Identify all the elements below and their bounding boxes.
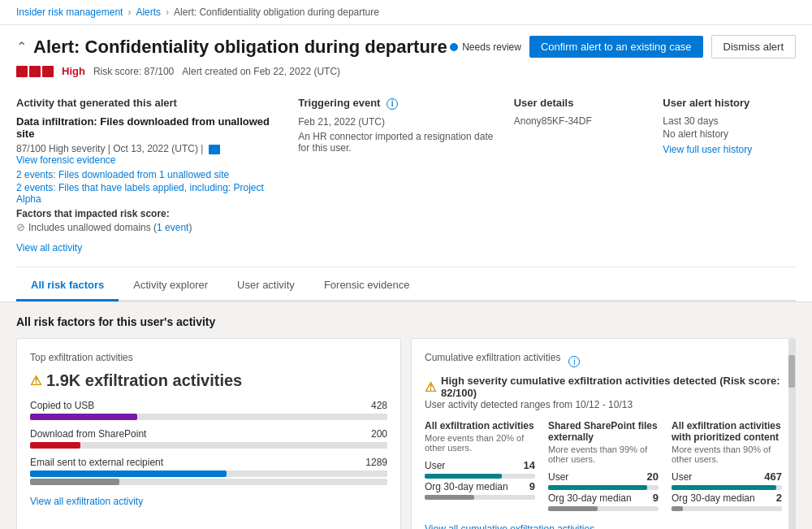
factors-header: Factors that impacted risk score: [16, 208, 282, 219]
metric-row-user-2: User 20 [548, 470, 659, 483]
status-dot [450, 43, 458, 51]
triggering-header: Triggering event i [298, 97, 497, 110]
metric-user-val-2: 20 [647, 470, 659, 483]
risk-row: High Risk score: 87/100 Alert created on… [16, 65, 796, 77]
needs-review-label: Needs review [462, 41, 521, 53]
activity-col: Activity that generated this alert Data … [16, 97, 282, 254]
metric-desc-2: More events than 99% of other users. [548, 444, 659, 464]
view-all-activity: View all activity [16, 241, 282, 254]
user-details-header: User details [514, 97, 647, 109]
tab-all-risk-factors[interactable]: All risk factors [16, 271, 119, 301]
metric-col-3: All exfiltration activities with priorit… [672, 420, 782, 513]
metrics-row: All exfiltration activities More events … [425, 420, 782, 513]
cumulative-header: Cumulative exfiltration activities i [425, 352, 782, 371]
metric-col-2: Shared SharePoint files externally More … [548, 420, 659, 513]
activity-subtitle: 87/100 High severity | Oct 13, 2022 (UTC… [16, 143, 282, 166]
top-exfil-title: Top exfiltration activities [30, 352, 387, 363]
dismiss-alert-button[interactable]: Dismiss alert [711, 35, 796, 59]
event-2: 2 events: Files that have labels applied… [16, 182, 282, 205]
title-actions: Needs review Confirm alert to an existin… [450, 35, 796, 59]
cumulative-exfiltration-panel: Cumulative exfiltration activities i ⚠ H… [411, 338, 796, 529]
view-history-link[interactable]: View full user history [663, 144, 752, 155]
metric-user-label-2: User [548, 471, 568, 483]
breadcrumb-current: Alert: Confidentiality obligation during… [174, 7, 379, 18]
bar-label-usb: Copied to USB 428 [30, 400, 387, 411]
metric-title-2: Shared SharePoint files externally [548, 420, 659, 443]
breadcrumb-sep-2: › [166, 7, 169, 18]
no-symbol-icon: ⊘ [16, 221, 25, 233]
risk-squares [16, 66, 54, 77]
breadcrumb-alerts[interactable]: Alerts [136, 7, 161, 18]
event-link-2[interactable]: 2 events: Files that have labels applied… [16, 182, 264, 205]
forensic-link[interactable]: View forensic evidence [16, 154, 116, 166]
factor-item: ⊘ Includes unallowed domains (1 event) [16, 221, 282, 233]
bar-label-email: Email sent to external recipient 1289 [30, 457, 387, 468]
view-all-cumulative-link[interactable]: View all cumulative exfiltration activit… [425, 523, 594, 529]
section-title: All risk factors for this user's activit… [16, 315, 796, 328]
alert-date: Alert created on Feb 22, 2022 (UTC) [182, 66, 340, 77]
activity-header: Activity that generated this alert [16, 97, 282, 109]
metric-desc-3: More events than 90% of other users. [672, 444, 782, 464]
bar-track-sharepoint [30, 442, 387, 449]
cumulative-sub: User activity detected ranges from 10/12… [425, 399, 782, 410]
cumulative-exfil-footer: View all cumulative exfiltration activit… [425, 522, 782, 529]
confirm-alert-button[interactable]: Confirm alert to an existing case [529, 36, 703, 58]
bar-item-email: Email sent to external recipient 1289 [30, 457, 387, 485]
event-link-1[interactable]: 2 events: Files downloaded from 1 unallo… [16, 169, 229, 180]
collapse-icon[interactable]: ⌃ [16, 39, 27, 54]
bar-track-email [30, 470, 387, 477]
factor-link[interactable]: 1 event [157, 222, 188, 233]
tab-forensic-evidence[interactable]: Forensic evidence [309, 271, 425, 301]
bar-item-sharepoint: Download from SharePoint 200 [30, 428, 387, 449]
metric-row-org-1: Org 30-day median 9 [425, 480, 535, 492]
bar-track-email-gray [30, 479, 387, 485]
metric-org-label-2: Org 30-day median [548, 492, 632, 504]
tab-activity-explorer[interactable]: Activity explorer [119, 271, 222, 301]
history-status: No alert history [663, 128, 796, 140]
tabs-row: All risk factors Activity explorer User … [16, 271, 796, 301]
panels-row: Top exfiltration activities ⚠ 1.9K exfil… [16, 338, 796, 529]
metric-bar-fill-user-1 [425, 474, 502, 479]
needs-review-badge: Needs review [450, 41, 521, 53]
bar-fill-email-org [30, 479, 119, 485]
metric-user-label-1: User [425, 460, 445, 471]
bar-track-usb [30, 414, 387, 420]
bar-label-sharepoint: Download from SharePoint 200 [30, 428, 387, 440]
metric-row-user-1: User 14 [425, 459, 535, 471]
scrollbar[interactable] [788, 339, 795, 529]
metric-org-label-3: Org 30-day median [672, 492, 755, 504]
cumulative-warn-icon: ⚠ [425, 379, 436, 395]
tab-user-activity[interactable]: User activity [222, 271, 309, 301]
metric-row-org-3: Org 30-day median 2 [672, 492, 782, 504]
bar-fill-usb [30, 414, 137, 420]
user-alert-history-header: User alert history [663, 97, 796, 109]
breadcrumb: Insider risk management › Alerts › Alert… [0, 0, 812, 25]
metric-title-1: All exfiltration activities [425, 420, 535, 431]
view-all-link[interactable]: View all activity [16, 242, 82, 254]
metric-bar-org-1 [425, 495, 535, 500]
warning-icon: ⚠ [30, 373, 41, 388]
event-1: 2 events: Files downloaded from 1 unallo… [16, 169, 282, 180]
metric-bar-user-1 [425, 474, 535, 479]
top-exfil-footer: View all exfiltration activity [30, 495, 387, 507]
metric-row-org-2: Org 30-day median 9 [548, 492, 659, 504]
metric-org-val-3: 2 [776, 492, 782, 504]
title-row: ⌃ Alert: Confidentiality obligation duri… [16, 35, 796, 59]
breadcrumb-sep-1: › [127, 7, 131, 18]
content-section: All risk factors for this user's activit… [0, 302, 812, 529]
breadcrumb-insider-risk[interactable]: Insider risk management [16, 7, 123, 18]
activity-title: Data infiltration: Files downloaded from… [16, 115, 282, 140]
user-id: Anony85KF-34DF [514, 115, 647, 127]
info-icon: i [387, 98, 398, 110]
view-all-exfiltration-link[interactable]: View all exfiltration activity [30, 496, 143, 507]
risk-sq-3 [42, 66, 54, 77]
metric-bar-fill-org-1 [425, 495, 474, 500]
user-alert-history-col: User alert history Last 30 days No alert… [663, 97, 796, 254]
metric-bar-user-2 [548, 485, 659, 490]
risk-sq-2 [29, 66, 41, 77]
cumulative-title: ⚠ High severity cumulative exfiltration … [425, 375, 782, 399]
metric-desc-1: More events than 20% of other users. [425, 433, 535, 453]
bar-fill-sharepoint [30, 442, 80, 449]
cumulative-panel-title: Cumulative exfiltration activities [425, 352, 560, 363]
metric-user-label-3: User [672, 471, 692, 483]
